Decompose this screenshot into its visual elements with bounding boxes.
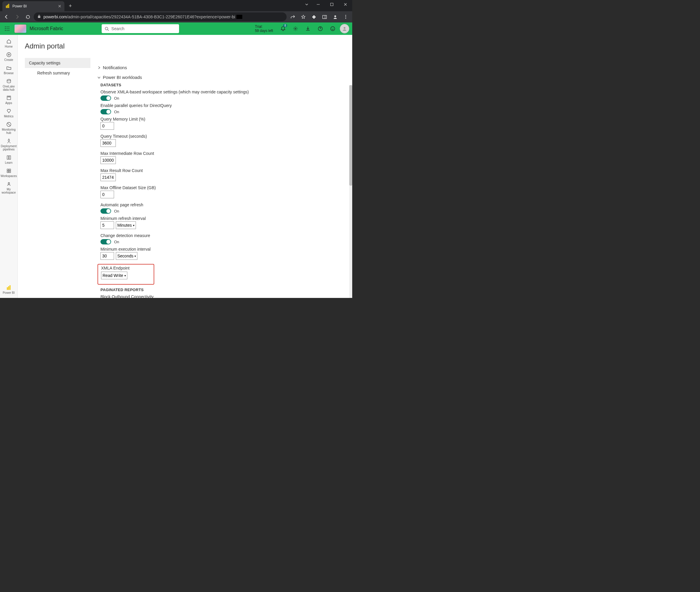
sidebar-item-capacity-settings[interactable]: Capacity settings <box>25 58 90 68</box>
product-name: Microsoft Fabric <box>30 26 63 31</box>
tab-title: Power BI <box>12 4 27 8</box>
tab-close-icon[interactable]: ✕ <box>58 4 61 9</box>
svg-point-16 <box>7 29 8 29</box>
label-change-detect: Change detection measure <box>100 233 343 238</box>
browser-tab[interactable]: Power BI ✕ <box>2 1 64 11</box>
svg-point-39 <box>8 183 9 184</box>
svg-point-11 <box>345 18 346 19</box>
rail-item-workspaces[interactable]: Workspaces <box>0 166 18 180</box>
rail-item-learn[interactable]: Learn <box>0 153 18 166</box>
app-launcher-icon[interactable] <box>3 24 11 33</box>
toggle-change-detect[interactable] <box>100 239 111 244</box>
settings-gear-icon[interactable] <box>290 23 301 34</box>
chevron-down-icon: ▾ <box>133 224 135 227</box>
input-query-timeout[interactable] <box>100 139 116 147</box>
tabs-dropdown-icon[interactable] <box>302 0 311 9</box>
url-host: powerbi.com <box>43 14 67 19</box>
svg-rect-0 <box>6 6 7 8</box>
rail-item-apps[interactable]: Apps <box>0 93 18 106</box>
svg-point-21 <box>105 27 108 30</box>
select-min-refresh-unit[interactable]: Minutes▾ <box>116 221 136 229</box>
extensions-icon[interactable] <box>309 12 318 21</box>
svg-point-10 <box>345 16 346 17</box>
svg-point-8 <box>334 15 336 17</box>
select-min-exec-unit[interactable]: Seconds▾ <box>116 252 137 260</box>
toggle-observe-xmla[interactable] <box>100 95 111 101</box>
sidepanel-icon[interactable] <box>320 12 329 21</box>
window-minimize-button[interactable] <box>311 0 325 9</box>
chevron-down-icon: ▾ <box>135 254 136 258</box>
share-icon[interactable] <box>288 12 297 21</box>
window-maximize-button[interactable] <box>325 0 339 9</box>
help-icon[interactable] <box>315 23 326 34</box>
svg-point-9 <box>345 15 346 16</box>
rail-item-monitoring[interactable]: Monitoring hub <box>0 120 18 136</box>
caret-expanded-icon <box>98 75 101 80</box>
toggle-auto-refresh[interactable] <box>100 208 111 214</box>
suite-search-input[interactable]: Search <box>102 24 179 33</box>
window-close-button[interactable] <box>339 0 352 9</box>
rail-item-browse[interactable]: Browse <box>0 63 18 77</box>
profile-icon[interactable] <box>330 12 340 21</box>
trial-label: Trial: <box>255 24 273 29</box>
address-bar[interactable]: powerbi.com/admin-portal/capacities/2922… <box>34 12 287 21</box>
toggle-enable-parallel[interactable] <box>100 109 111 114</box>
toggle-auto-refresh-label: On <box>114 209 119 213</box>
new-tab-button[interactable]: + <box>66 2 74 10</box>
svg-rect-35 <box>7 169 9 170</box>
svg-point-17 <box>9 29 9 29</box>
svg-point-26 <box>332 28 333 29</box>
input-max-intermediate[interactable] <box>100 156 116 164</box>
toggle-change-detect-label: On <box>114 240 119 244</box>
select-xmla-endpoint[interactable]: Read Write▾ <box>101 272 128 279</box>
svg-point-28 <box>344 27 345 29</box>
svg-rect-37 <box>7 171 9 172</box>
rail-item-metrics[interactable]: Metrics <box>0 106 18 120</box>
svg-point-14 <box>9 27 9 28</box>
nav-forward-button[interactable] <box>12 12 22 21</box>
input-max-result[interactable] <box>100 174 116 181</box>
feedback-smiley-icon[interactable] <box>328 23 338 34</box>
rail-item-create[interactable]: Create <box>0 50 18 63</box>
toggle-enable-parallel-label: On <box>114 110 119 114</box>
section-notifications[interactable]: Notifications <box>98 65 343 70</box>
rail-item-my-workspace[interactable]: My workspace <box>0 180 18 196</box>
input-min-refresh-value[interactable] <box>100 221 114 229</box>
notification-badge: 8 <box>283 24 287 27</box>
svg-point-27 <box>333 28 334 29</box>
notifications-icon[interactable]: 8 <box>278 23 288 34</box>
search-placeholder: Search <box>111 26 124 31</box>
toggle-observe-xmla-label: On <box>114 96 119 100</box>
svg-rect-4 <box>331 3 333 6</box>
svg-point-13 <box>7 27 8 28</box>
rail-item-powerbi[interactable]: Power BI <box>0 283 18 296</box>
nav-back-button[interactable] <box>2 12 11 21</box>
rail-item-home[interactable]: Home <box>0 37 18 50</box>
input-min-exec-value[interactable] <box>100 252 114 260</box>
svg-point-23 <box>295 28 296 29</box>
browser-menu-icon[interactable] <box>341 12 350 21</box>
rail-item-deployment[interactable]: Deployment pipelines <box>0 136 18 153</box>
svg-point-18 <box>5 30 6 31</box>
xmla-endpoint-highlight: XMLA Endpoint Read Write▾ <box>98 264 154 285</box>
nav-reload-button[interactable] <box>23 12 33 21</box>
svg-rect-36 <box>9 169 11 170</box>
download-icon[interactable] <box>303 23 313 34</box>
scrollbar-thumb[interactable] <box>349 85 352 186</box>
section-workloads-label: Power BI workloads <box>103 75 142 80</box>
rail-item-onelake[interactable]: OneLake data hub <box>0 77 18 93</box>
input-max-offline[interactable] <box>100 191 114 198</box>
svg-rect-34 <box>9 156 11 159</box>
search-icon <box>105 27 109 31</box>
svg-rect-42 <box>9 285 10 290</box>
label-min-refresh: Minimum refresh interval <box>100 216 343 221</box>
label-enable-parallel: Enable parallel queries for DirectQuery <box>100 103 343 108</box>
sidebar-item-refresh-summary[interactable]: Refresh summary <box>25 68 90 78</box>
tab-favicon <box>5 4 10 9</box>
product-logo <box>14 24 27 33</box>
section-workloads[interactable]: Power BI workloads <box>98 75 343 80</box>
account-avatar[interactable] <box>340 24 349 34</box>
bookmark-star-icon[interactable] <box>298 12 308 21</box>
svg-rect-2 <box>8 4 9 8</box>
input-query-memory[interactable] <box>100 122 114 130</box>
